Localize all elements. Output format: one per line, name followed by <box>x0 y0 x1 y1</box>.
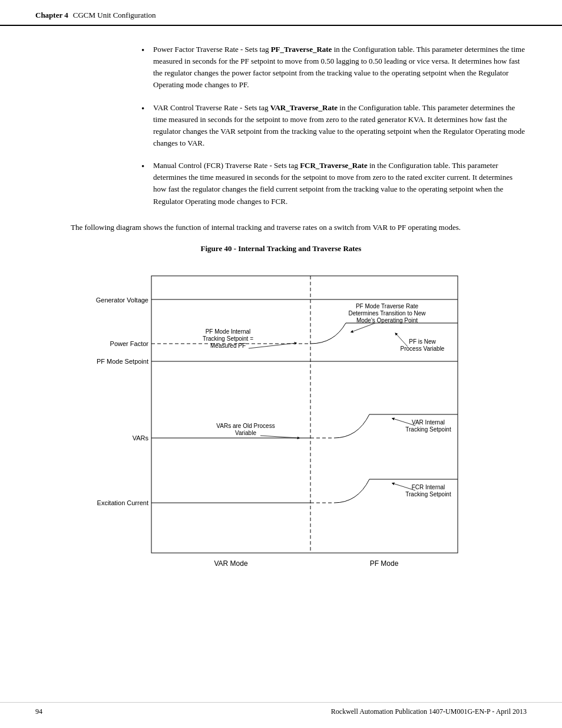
bullet-text-3a: Manual Control (FCR) Traverse Rate - Set… <box>153 161 513 205</box>
list-item: VAR Control Traverse Rate - Sets tag VAR… <box>141 102 527 150</box>
annotation-vars-old: VARs are Old Process <box>216 423 275 429</box>
page-header: Chapter 4 CGCM Unit Configuration <box>0 0 562 26</box>
y-label-excitation: Excitation Current <box>97 499 148 506</box>
annotation-pf-traverse: PF Mode Traverse Rate <box>356 303 419 309</box>
bullet-list: Power Factor Traverse Rate - Sets tag PF… <box>141 44 527 207</box>
y-label-pf-setpoint: PF Mode Setpoint <box>97 358 148 365</box>
page: Chapter 4 CGCM Unit Configuration Power … <box>0 0 562 728</box>
svg-text:Process Variable: Process Variable <box>401 345 445 352</box>
svg-text:Measured PF: Measured PF <box>210 342 246 349</box>
svg-text:Tracking Setpoint: Tracking Setpoint <box>405 491 451 498</box>
list-item: Power Factor Traverse Rate - Sets tag PF… <box>141 44 527 91</box>
y-label-pf: Power Factor <box>110 340 149 347</box>
chapter-title: CGCM Unit Configuration <box>73 11 156 20</box>
page-footer: 94 Rockwell Automation Publication 1407-… <box>0 702 562 716</box>
svg-text:Variable: Variable <box>235 430 256 436</box>
svg-text:Mode's Operating Point: Mode's Operating Point <box>356 317 418 324</box>
svg-text:Tracking Setpoint: Tracking Setpoint <box>405 426 451 433</box>
intro-paragraph: The following diagram shows the function… <box>71 222 491 233</box>
annotation-pf-new: PF is New <box>409 338 436 345</box>
annotation-var-tracking: VAR Internal <box>412 419 445 426</box>
bullet-text-1a: Power Factor Traverse Rate - Sets tag PF… <box>153 45 525 89</box>
diagram-svg: Generator Voltage Power Factor PF Mode S… <box>81 264 481 571</box>
annotation-fcr-tracking: FCR Internal <box>412 484 445 490</box>
y-label-gen-voltage: Generator Voltage <box>96 297 148 304</box>
page-number: 94 <box>35 707 42 716</box>
main-content: Power Factor Traverse Rate - Sets tag PF… <box>0 26 562 600</box>
publication-info: Rockwell Automation Publication 1407-UM0… <box>331 707 527 716</box>
mode-label-var: VAR Mode <box>214 559 247 568</box>
bullet-text-2a: VAR Control Traverse Rate - Sets tag VAR… <box>153 103 525 147</box>
diagram-container: Generator Voltage Power Factor PF Mode S… <box>35 264 527 571</box>
mode-label-pf: PF Mode <box>370 559 399 568</box>
list-item: Manual Control (FCR) Traverse Rate - Set… <box>141 160 527 207</box>
figure-title: Figure 40 - Internal Tracking and Traver… <box>35 244 527 253</box>
y-label-vars: VARs <box>133 434 149 442</box>
diagram: Generator Voltage Power Factor PF Mode S… <box>81 264 481 571</box>
chapter-label: Chapter 4 <box>35 11 68 20</box>
svg-text:Determines Transition to New: Determines Transition to New <box>348 310 426 317</box>
annotation-pf-tracking: PF Mode Internal <box>206 328 251 335</box>
svg-text:Tracking Setpoint =: Tracking Setpoint = <box>203 335 253 342</box>
